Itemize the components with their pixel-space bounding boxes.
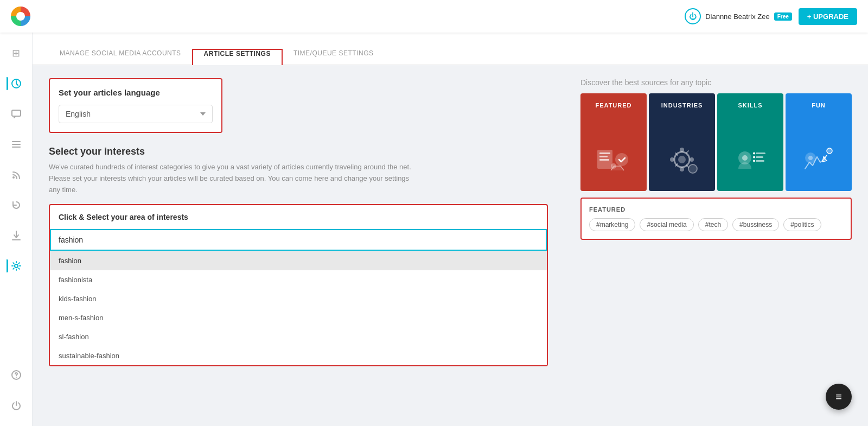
user-icon: ⏻ bbox=[685, 8, 701, 24]
user-name: Diannne Beatrix Zee bbox=[705, 12, 770, 21]
svg-rect-25 bbox=[756, 156, 763, 158]
svg-rect-1 bbox=[12, 110, 21, 116]
fab-button[interactable]: ≡ bbox=[826, 384, 852, 410]
free-badge: Free bbox=[774, 12, 792, 21]
tag-marketing[interactable]: #marketing bbox=[589, 218, 635, 231]
language-select[interactable]: English French Spanish German Italian bbox=[59, 105, 213, 123]
category-cards: FEATURED bbox=[580, 93, 852, 191]
svg-point-19 bbox=[680, 167, 684, 171]
upgrade-button[interactable]: + UPGRADE bbox=[799, 8, 857, 25]
sidebar-item-list[interactable] bbox=[7, 135, 26, 154]
featured-tags: #marketing #social media #tech #bussines… bbox=[589, 218, 843, 231]
dropdown-item-mens-fashion[interactable]: men-s-fashion bbox=[50, 308, 547, 327]
tag-bussiness[interactable]: #bussiness bbox=[732, 218, 779, 231]
dropdown-item-fashionista[interactable]: fashionista bbox=[50, 270, 547, 289]
cat-card-fun[interactable]: FUN bbox=[786, 93, 852, 191]
tab-article[interactable]: ARTICLE SETTINGS bbox=[192, 49, 283, 65]
left-panel: Set your articles language English Frenc… bbox=[49, 78, 570, 366]
sidebar-item-help[interactable] bbox=[7, 365, 26, 385]
svg-rect-12 bbox=[599, 156, 608, 157]
svg-point-14 bbox=[615, 153, 628, 166]
header: ⏻ Diannne Beatrix Zee Free + UPGRADE bbox=[0, 0, 868, 33]
featured-section-label: FEATURED bbox=[589, 206, 843, 213]
svg-point-7 bbox=[15, 264, 18, 268]
sidebar-item-lightning[interactable] bbox=[7, 74, 26, 93]
sidebar-item-dashboard[interactable]: ⊞ bbox=[7, 43, 26, 63]
sidebar-bottom bbox=[7, 365, 26, 415]
content-area: Set your articles language English Frenc… bbox=[33, 65, 868, 379]
logo-inner bbox=[16, 12, 25, 21]
dropdown-item-fashion[interactable]: fashion bbox=[50, 251, 547, 270]
search-wrapper bbox=[50, 229, 547, 251]
tabs-bar: MANAGE SOCIAL MEDIA ACCOUNTS ARTICLE SET… bbox=[33, 33, 868, 65]
sidebar-item-settings[interactable] bbox=[7, 256, 26, 276]
interests-box: Click & Select your area of interests fa… bbox=[49, 204, 548, 366]
interests-title: Select your interests bbox=[49, 146, 570, 157]
tag-social-media[interactable]: #social media bbox=[640, 218, 693, 231]
app-logo[interactable] bbox=[11, 7, 30, 26]
interests-description: We've curated hundreds of interest categ… bbox=[49, 162, 418, 195]
tab-time[interactable]: TIME/QUEUE SETTINGS bbox=[283, 49, 385, 65]
svg-point-28 bbox=[753, 156, 755, 158]
interests-box-label: Click & Select your area of interests bbox=[50, 205, 547, 229]
svg-point-22 bbox=[688, 164, 697, 173]
svg-rect-26 bbox=[756, 160, 764, 162]
tab-manage[interactable]: MANAGE SOCIAL MEDIA ACCOUNTS bbox=[49, 49, 192, 65]
sidebar-item-rss[interactable] bbox=[7, 165, 26, 185]
featured-section: FEATURED #marketing #social media #tech … bbox=[580, 198, 852, 240]
sidebar-item-history[interactable] bbox=[7, 195, 26, 215]
featured-illustration bbox=[592, 139, 635, 182]
svg-point-21 bbox=[690, 157, 694, 162]
tag-tech[interactable]: #tech bbox=[698, 218, 728, 231]
discover-label: Discover the best sources for any topic bbox=[580, 78, 852, 87]
sidebar: ⊞ bbox=[0, 33, 33, 426]
main-content: MANAGE SOCIAL MEDIA ACCOUNTS ARTICLE SET… bbox=[33, 33, 868, 426]
cat-skills-label: SKILLS bbox=[738, 102, 762, 109]
skills-illustration bbox=[729, 139, 772, 182]
dropdown-item-kids-fashion[interactable]: kids-fashion bbox=[50, 289, 547, 308]
fun-illustration bbox=[797, 139, 840, 182]
dropdown-item-sl-fashion[interactable]: sl-fashion bbox=[50, 327, 547, 346]
cat-card-industries[interactable]: INDUSTRIES bbox=[649, 93, 715, 191]
svg-rect-24 bbox=[756, 152, 765, 154]
layout: ⊞ bbox=[0, 33, 868, 426]
svg-point-18 bbox=[680, 148, 684, 152]
sidebar-item-power[interactable] bbox=[7, 396, 26, 415]
cat-featured-label: FEATURED bbox=[595, 102, 631, 109]
language-section: Set your articles language English Frenc… bbox=[49, 78, 222, 133]
tag-politics[interactable]: #politics bbox=[783, 218, 821, 231]
right-panel: Discover the best sources for any topic … bbox=[580, 78, 852, 366]
user-info: ⏻ Diannne Beatrix Zee Free bbox=[685, 8, 792, 24]
svg-rect-13 bbox=[599, 159, 609, 161]
language-section-title: Set your articles language bbox=[59, 88, 213, 97]
cat-fun-label: FUN bbox=[812, 102, 826, 109]
cat-industries-label: INDUSTRIES bbox=[661, 102, 703, 109]
industries-illustration bbox=[660, 139, 704, 182]
svg-point-5 bbox=[12, 176, 15, 179]
svg-point-15 bbox=[611, 163, 616, 169]
svg-point-17 bbox=[678, 156, 686, 163]
header-right: ⏻ Diannne Beatrix Zee Free + UPGRADE bbox=[685, 8, 857, 25]
interests-search-input[interactable] bbox=[50, 229, 547, 251]
sidebar-item-download[interactable] bbox=[7, 226, 26, 245]
svg-rect-11 bbox=[599, 152, 610, 154]
interests-dropdown: fashion fashionista kids-fashion men-s-f… bbox=[50, 251, 547, 365]
sidebar-item-chat[interactable] bbox=[7, 104, 26, 124]
dropdown-item-sustainable-fashion[interactable]: sustainable-fashion bbox=[50, 346, 547, 365]
svg-point-29 bbox=[753, 160, 755, 162]
svg-point-27 bbox=[753, 152, 755, 155]
svg-point-31 bbox=[827, 148, 832, 154]
svg-point-9 bbox=[16, 377, 17, 378]
cat-card-featured[interactable]: FEATURED bbox=[580, 93, 647, 191]
cat-card-skills[interactable]: SKILLS bbox=[717, 93, 783, 191]
svg-point-20 bbox=[670, 157, 674, 162]
